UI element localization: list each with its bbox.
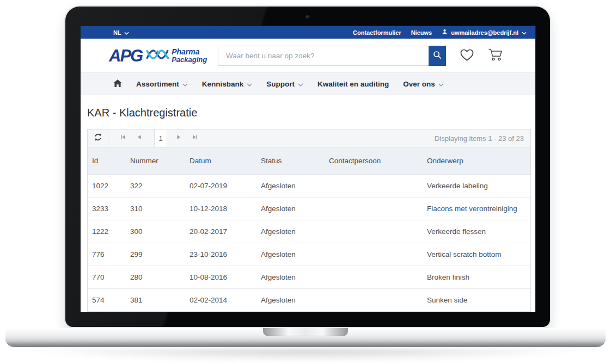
cell-status: Afgesloten bbox=[261, 250, 329, 258]
heart-icon bbox=[460, 48, 474, 64]
nav-item-label: Kennisbank bbox=[202, 80, 244, 88]
language-label: NL bbox=[113, 29, 121, 36]
cell-status: Afgesloten bbox=[261, 227, 329, 236]
cart-button[interactable] bbox=[488, 48, 503, 64]
laptop-base-notch bbox=[263, 328, 348, 336]
cell-status: Afgesloten bbox=[261, 205, 329, 213]
first-page-button[interactable] bbox=[115, 129, 131, 147]
cell-onderwerp: Broken finish bbox=[427, 273, 530, 281]
column-header-nummer[interactable]: Nummer bbox=[130, 157, 190, 165]
cell-onderwerp: Sunken side bbox=[427, 296, 530, 304]
nav-item-kennisbank[interactable]: Kennisbank bbox=[202, 80, 253, 88]
refresh-button[interactable] bbox=[88, 129, 108, 147]
nav-item-kwaliteit-en-auditing[interactable]: Kwaliteit en auditing bbox=[317, 80, 389, 88]
cell-nummer: 280 bbox=[130, 273, 190, 281]
cell-onderwerp: Flacons met verontreiniging bbox=[427, 205, 530, 213]
contact-form-link[interactable]: Contactformulier bbox=[353, 29, 401, 36]
column-header-id[interactable]: Id bbox=[92, 157, 130, 165]
previous-page-icon bbox=[136, 133, 143, 143]
chevron-down-icon bbox=[124, 29, 129, 36]
dna-logo-icon bbox=[145, 46, 169, 65]
site-header: APG Pharma Packaging bbox=[81, 39, 535, 72]
page-title: KAR - Klachtregistratie bbox=[87, 107, 535, 119]
cell-id: 776 bbox=[92, 250, 130, 258]
table-row[interactable]: 776 299 23-10-2016 Afgesloten Vertical s… bbox=[88, 243, 530, 266]
laptop-base bbox=[5, 328, 606, 347]
chevron-down-icon bbox=[438, 80, 444, 88]
search-bar bbox=[218, 46, 446, 66]
table-row[interactable]: 574 381 02-02-2014 Afgesloten Sunken sid… bbox=[88, 289, 530, 312]
chevron-down-icon bbox=[182, 80, 188, 88]
table-row[interactable]: 1022 322 02-07-2019 Afgesloten Verkeerde… bbox=[88, 175, 530, 198]
nav-item-label: Assortiment bbox=[136, 80, 179, 88]
nav-item-over-ons[interactable]: Over ons bbox=[403, 80, 444, 88]
cell-status: Afgesloten bbox=[261, 296, 329, 304]
account-menu[interactable]: uwmailadres@bedrijf.nl bbox=[442, 29, 527, 36]
cell-nummer: 310 bbox=[130, 205, 190, 213]
nav-item-assortiment[interactable]: Assortiment bbox=[136, 80, 188, 88]
home-icon bbox=[113, 79, 122, 89]
top-utility-bar: NL Contactformulier Nieuws uwmailadres@b… bbox=[81, 26, 535, 39]
webcam-dot bbox=[306, 15, 309, 18]
grid-toolbar: 1 Display bbox=[88, 129, 530, 147]
cell-id: 770 bbox=[92, 273, 130, 281]
column-header-datum[interactable]: Datum bbox=[190, 157, 261, 165]
cell-onderwerp: Verkeerde labeling bbox=[427, 182, 530, 190]
cell-datum: 20-02-2017 bbox=[190, 227, 261, 236]
cell-onderwerp: Verkeerde flessen bbox=[427, 227, 530, 236]
cell-onderwerp: Vertical scratch bottom bbox=[427, 250, 530, 258]
news-link[interactable]: Nieuws bbox=[411, 29, 432, 36]
nav-item-support[interactable]: Support bbox=[266, 80, 303, 88]
search-icon bbox=[433, 51, 442, 61]
table-row[interactable]: 770 280 10-08-2016 Afgesloten Broken fin… bbox=[88, 266, 530, 289]
nav-item-label: Kwaliteit en auditing bbox=[317, 80, 389, 88]
cell-datum: 02-07-2019 bbox=[190, 182, 261, 190]
site-logo[interactable]: APG Pharma Packaging bbox=[109, 46, 218, 65]
cell-nummer: 300 bbox=[130, 227, 190, 236]
column-header-contactpersoon[interactable]: Contactpersoon bbox=[329, 157, 427, 165]
search-button[interactable] bbox=[429, 46, 446, 66]
cell-nummer: 381 bbox=[130, 296, 190, 304]
cell-id: 3233 bbox=[92, 205, 130, 213]
account-email: uwmailadres@bedrijf.nl bbox=[451, 29, 518, 36]
main-navigation: Assortiment Kennisbank Support bbox=[81, 72, 535, 95]
current-page-indicator[interactable]: 1 bbox=[154, 129, 167, 147]
laptop-reflection bbox=[22, 349, 589, 362]
next-page-icon bbox=[175, 133, 182, 143]
nav-item-label: Support bbox=[266, 80, 295, 88]
chevron-down-icon bbox=[247, 80, 252, 88]
wishlist-button[interactable] bbox=[460, 48, 474, 64]
cell-datum: 02-02-2014 bbox=[190, 296, 261, 304]
column-header-onderwerp[interactable]: Onderwerp bbox=[427, 157, 530, 165]
nav-item-label: Over ons bbox=[403, 80, 435, 88]
laptop-lid: NL Contactformulier Nieuws uwmailadres@b… bbox=[65, 7, 550, 327]
logo-brand-line2: Packaging bbox=[172, 56, 207, 64]
cell-status: Afgesloten bbox=[261, 182, 329, 190]
complaints-grid: 1 Display bbox=[87, 129, 531, 312]
browser-viewport: NL Contactformulier Nieuws uwmailadres@b… bbox=[81, 26, 535, 312]
cell-status: Afgesloten bbox=[261, 273, 329, 281]
cell-id: 1022 bbox=[92, 182, 130, 190]
table-header-row: Id Nummer Datum Status Contactpersoon On… bbox=[88, 147, 530, 175]
first-page-icon bbox=[119, 133, 127, 143]
next-page-button[interactable] bbox=[170, 129, 187, 147]
cell-nummer: 299 bbox=[130, 250, 190, 258]
page-content: KAR - Klachtregistratie bbox=[81, 95, 535, 312]
table-row[interactable]: 3233 310 10-12-2018 Afgesloten Flacons m… bbox=[88, 198, 530, 220]
laptop-mockup: NL Contactformulier Nieuws uwmailadres@b… bbox=[0, 0, 611, 364]
language-selector[interactable]: NL bbox=[113, 29, 129, 36]
chevron-down-icon bbox=[522, 29, 527, 36]
pager-status-text: Displaying items 1 - 23 of 23 bbox=[435, 134, 530, 143]
last-page-button[interactable] bbox=[187, 129, 203, 147]
user-icon bbox=[442, 29, 448, 36]
last-page-icon bbox=[191, 133, 199, 143]
column-header-status[interactable]: Status bbox=[261, 157, 329, 165]
cell-id: 574 bbox=[92, 296, 130, 304]
nav-home[interactable] bbox=[113, 79, 122, 89]
cart-icon bbox=[488, 48, 503, 64]
refresh-icon bbox=[94, 133, 102, 144]
table-row[interactable]: 1222 300 20-02-2017 Afgesloten Verkeerde… bbox=[88, 220, 530, 243]
logo-acronym: APG bbox=[109, 47, 142, 64]
previous-page-button[interactable] bbox=[131, 129, 148, 147]
search-input[interactable] bbox=[218, 46, 429, 66]
